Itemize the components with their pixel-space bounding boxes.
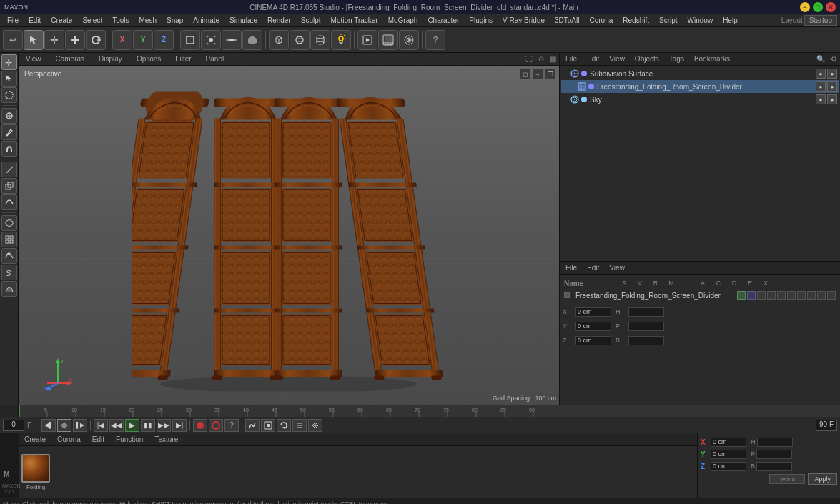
viewport-tab-display[interactable]: Display	[94, 54, 127, 64]
menu-window[interactable]: Window	[683, 16, 718, 25]
attr-status-x[interactable]	[827, 291, 836, 300]
viewport-minimize-btn[interactable]: −	[532, 69, 543, 80]
om-search-btn[interactable]: 🔍	[816, 55, 825, 63]
viewport-split-btn[interactable]: ❐	[545, 69, 556, 80]
go-start-btn[interactable]: |◀	[94, 419, 108, 432]
attr-status-s[interactable]	[737, 291, 746, 300]
paint-tool[interactable]	[1, 124, 17, 140]
move-tool-left[interactable]: ✛	[1, 54, 17, 70]
tree-visible-btn-2[interactable]: ●	[816, 81, 826, 92]
menu-render[interactable]: Render	[263, 16, 295, 25]
add-keyframe-btn[interactable]	[57, 419, 71, 432]
select-tool[interactable]	[24, 30, 44, 50]
coord-y-pos[interactable]: 0 cm	[711, 450, 746, 459]
menu-mograph[interactable]: MoGraph	[384, 16, 423, 25]
attr-tab-view[interactable]: View	[606, 263, 628, 272]
om-tab-file[interactable]: File	[563, 54, 580, 64]
viewport[interactable]: Perspective	[19, 66, 559, 405]
frame-end-input[interactable]: 90 F	[816, 420, 837, 431]
menu-vray[interactable]: V-Ray Bridge	[498, 16, 549, 25]
menu-select[interactable]: Select	[78, 16, 107, 25]
tree-item-subdivision[interactable]: Subdivision Surface ● ●	[561, 67, 839, 80]
z-axis-btn[interactable]: Z	[154, 30, 174, 50]
point-mode-btn[interactable]	[201, 30, 221, 50]
size-y-field[interactable]	[628, 322, 664, 331]
magnet-tool[interactable]	[1, 141, 17, 157]
menu-corona[interactable]: Corona	[585, 16, 617, 25]
edge-mode-btn[interactable]	[222, 30, 242, 50]
keyframe-next-btn[interactable]: ▌▶	[73, 419, 87, 432]
om-tab-bookmarks[interactable]: Bookmarks	[691, 54, 733, 64]
om-tab-tags[interactable]: Tags	[666, 54, 687, 64]
minimize-button[interactable]: −	[800, 2, 810, 12]
keyframe-prev-btn[interactable]: ◀▌	[41, 419, 56, 432]
pos-z-field[interactable]: 0 cm	[575, 336, 611, 345]
tree-item-folding[interactable]: Freestanding_Folding_Room_Screen_Divider…	[561, 80, 839, 93]
attr-tab-file[interactable]: File	[563, 263, 580, 272]
stop-btn[interactable]: ▮▮	[141, 419, 155, 432]
viewport-tab-filter[interactable]: Filter	[171, 54, 195, 64]
timeline-ruler[interactable]: 5 10 15 20 25 30 35 40 45 50 5	[19, 405, 840, 417]
menu-3dtoall[interactable]: 3DToAll	[550, 16, 583, 25]
simulation-tool[interactable]: S	[1, 265, 17, 280]
render-settings-btn[interactable]	[378, 30, 398, 50]
menu-edit[interactable]: Edit	[24, 16, 45, 25]
size-x-field[interactable]	[628, 307, 664, 317]
attr-status-c[interactable]	[797, 291, 806, 300]
knife-tool[interactable]	[1, 162, 17, 177]
menu-animate[interactable]: Animate	[189, 16, 224, 25]
mat-tab-texture[interactable]: Texture	[152, 435, 181, 444]
attr-obj-row[interactable]: Freestanding_Folding_Room_Screen_Divider	[563, 289, 837, 302]
viewport-tab-cameras[interactable]: Cameras	[51, 54, 89, 64]
record-btn[interactable]	[193, 419, 207, 432]
cylinder-btn[interactable]	[310, 30, 330, 50]
attr-status-d[interactable]	[807, 291, 816, 300]
close-button[interactable]: ✕	[826, 2, 836, 12]
pos-x-field[interactable]: 0 cm	[575, 307, 611, 317]
mat-tab-function[interactable]: Function	[113, 435, 146, 444]
attr-status-m[interactable]	[767, 291, 776, 300]
cube-btn[interactable]	[269, 30, 289, 50]
menu-help[interactable]: Help	[718, 16, 742, 25]
smooth-tool[interactable]	[1, 194, 17, 210]
help-btn[interactable]: ?	[224, 419, 239, 432]
rotate-tool[interactable]	[86, 30, 106, 50]
attr-tab-edit[interactable]: Edit	[584, 263, 602, 272]
menu-tools[interactable]: Tools	[108, 16, 133, 25]
om-settings-btn[interactable]: ⚙	[831, 55, 837, 63]
deform-tool[interactable]	[1, 248, 17, 264]
move-tool[interactable]: ✛	[44, 30, 64, 50]
tree-item-sky[interactable]: Sky ● ●	[561, 93, 839, 106]
om-tab-objects[interactable]: Objects	[632, 54, 662, 64]
pos-y-field[interactable]: 0 cm	[575, 322, 611, 331]
viewport-tab-view[interactable]: View	[21, 54, 46, 64]
render-btn[interactable]	[357, 30, 377, 50]
world-coord-btn[interactable]: World	[769, 474, 805, 484]
menu-motion-tracker[interactable]: Motion Tracker	[327, 16, 382, 25]
material-item-folding[interactable]: Folding	[21, 454, 50, 490]
tree-render-btn-2[interactable]: ●	[827, 81, 837, 92]
lasso-tool[interactable]	[1, 87, 17, 103]
menu-create[interactable]: Create	[46, 16, 76, 25]
y-axis-btn[interactable]: Y	[133, 30, 153, 50]
menu-sculpt[interactable]: Sculpt	[297, 16, 325, 25]
menu-script[interactable]: Script	[655, 16, 682, 25]
subdivide-tool[interactable]	[1, 232, 17, 247]
loop-btn[interactable]	[277, 419, 291, 432]
maximize-button[interactable]: □	[813, 2, 823, 12]
menu-redshift[interactable]: Redshift	[618, 16, 653, 25]
play-btn[interactable]: ▶	[125, 419, 139, 432]
menu-character[interactable]: Character	[423, 16, 463, 25]
apply-button[interactable]: Apply	[808, 473, 837, 485]
menu-mesh[interactable]: Mesh	[135, 16, 161, 25]
om-tab-view[interactable]: View	[606, 54, 628, 64]
attr-status-v[interactable]	[747, 291, 756, 300]
cursor-tool[interactable]	[1, 71, 17, 87]
polygon-pen-tool[interactable]	[1, 215, 17, 231]
attr-status-a[interactable]	[787, 291, 796, 300]
light-btn[interactable]	[331, 30, 351, 50]
question-btn[interactable]: ?	[425, 30, 445, 50]
mat-tab-create[interactable]: Create	[21, 435, 49, 444]
om-tab-edit[interactable]: Edit	[584, 54, 602, 64]
interactive-render-btn[interactable]	[399, 30, 419, 50]
